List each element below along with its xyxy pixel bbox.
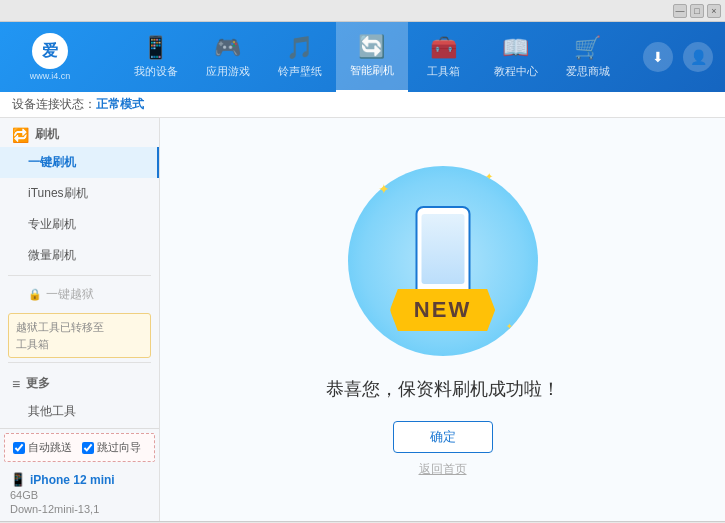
sparkle-3: ✦ bbox=[506, 322, 513, 331]
nav-label-device: 我的设备 bbox=[134, 64, 178, 79]
device-info: 📱 iPhone 12 mini 64GB Down-12mini-13,1 bbox=[0, 466, 159, 521]
logo-area: 爱 www.i4.cn bbox=[0, 33, 100, 81]
download-button[interactable]: ⬇ bbox=[643, 42, 673, 72]
nav-right: ⬇ 👤 bbox=[643, 42, 725, 72]
maximize-button[interactable]: □ bbox=[690, 4, 704, 18]
sidebar-label-one-click: 一键刷机 bbox=[28, 155, 76, 169]
sidebar-label-other: 其他工具 bbox=[28, 404, 76, 418]
sidebar-item-pro-flash[interactable]: 专业刷机 bbox=[0, 209, 159, 240]
logo-symbol: 爱 bbox=[42, 41, 58, 62]
new-ribbon: NEW bbox=[390, 289, 495, 331]
auto-jump-checkbox[interactable]: 自动跳送 bbox=[13, 440, 72, 455]
header: 爱 www.i4.cn 📱 我的设备 🎮 应用游戏 🎵 铃声壁纸 🔄 智能刷机 … bbox=[0, 22, 725, 92]
close-button[interactable]: × bbox=[707, 4, 721, 18]
nav-label-ringtone: 铃声壁纸 bbox=[278, 64, 322, 79]
auto-jump-input[interactable] bbox=[13, 442, 25, 454]
checkbox-row: 自动跳送 跳过向导 bbox=[4, 433, 155, 462]
sidebar-section-flash: 🔁 刷机 bbox=[0, 118, 159, 147]
skip-wizard-label: 跳过向导 bbox=[97, 440, 141, 455]
sidebar-label-pro: 专业刷机 bbox=[28, 217, 76, 231]
new-badge-text: NEW bbox=[414, 297, 471, 322]
success-message: 恭喜您，保资料刷机成功啦！ bbox=[326, 377, 560, 401]
skip-wizard-checkbox[interactable]: 跳过向导 bbox=[82, 440, 141, 455]
nav-label-store: 爱思商城 bbox=[566, 64, 610, 79]
phone-screen bbox=[421, 214, 464, 284]
device-name-text: iPhone 12 mini bbox=[30, 473, 115, 487]
main-panel: ✦ ✦ ✦ NEW 恭喜您，保资料刷机成功啦！ 确定 返回首页 bbox=[160, 118, 725, 521]
skip-wizard-input[interactable] bbox=[82, 442, 94, 454]
device-status-label: 设备连接状态： bbox=[12, 96, 96, 113]
nav-icon-app: 🎮 bbox=[214, 35, 241, 61]
device-name-row: 📱 iPhone 12 mini bbox=[10, 472, 149, 487]
confirm-button[interactable]: 确定 bbox=[393, 421, 493, 453]
nav-icon-toolbox: 🧰 bbox=[430, 35, 457, 61]
nav-label-tutorial: 教程中心 bbox=[494, 64, 538, 79]
sidebar-divider-1 bbox=[8, 275, 151, 276]
nav-label-flash: 智能刷机 bbox=[350, 63, 394, 78]
nav-item-app-games[interactable]: 🎮 应用游戏 bbox=[192, 22, 264, 92]
sidebar-divider-2 bbox=[8, 362, 151, 363]
phone-illustration: ✦ ✦ ✦ NEW bbox=[343, 161, 543, 361]
nav-item-tutorial[interactable]: 📖 教程中心 bbox=[480, 22, 552, 92]
nav-icon-ringtone: 🎵 bbox=[286, 35, 313, 61]
success-card: ✦ ✦ ✦ NEW 恭喜您，保资料刷机成功啦！ 确定 返回首页 bbox=[326, 161, 560, 478]
nav-item-toolbox[interactable]: 🧰 工具箱 bbox=[408, 22, 480, 92]
nav-icon-store: 🛒 bbox=[574, 35, 601, 61]
flash-section-icon: 🔁 bbox=[12, 127, 29, 143]
content-area: 🔁 刷机 一键刷机 iTunes刷机 专业刷机 微量刷机 🔒 一键越狱 越狱工具… bbox=[0, 118, 725, 521]
nav-icon-tutorial: 📖 bbox=[502, 35, 529, 61]
sidebar: 🔁 刷机 一键刷机 iTunes刷机 专业刷机 微量刷机 🔒 一键越狱 越狱工具… bbox=[0, 118, 160, 521]
device-storage: 64GB bbox=[10, 489, 149, 501]
device-model: Down-12mini-13,1 bbox=[10, 503, 149, 515]
nav-icon-device: 📱 bbox=[142, 35, 169, 61]
sidebar-item-micro-flash[interactable]: 微量刷机 bbox=[0, 240, 159, 271]
sidebar-warning-box: 越狱工具已转移至工具箱 bbox=[8, 313, 151, 358]
logo-text: www.i4.cn bbox=[30, 71, 71, 81]
minimize-button[interactable]: — bbox=[673, 4, 687, 18]
device-panel: 自动跳送 跳过向导 📱 iPhone 12 mini 64GB Down-12m… bbox=[0, 428, 159, 521]
sparkle-1: ✦ bbox=[378, 181, 390, 197]
back-link[interactable]: 返回首页 bbox=[419, 461, 467, 478]
nav-item-ringtone[interactable]: 🎵 铃声壁纸 bbox=[264, 22, 336, 92]
sidebar-item-itunes-flash[interactable]: iTunes刷机 bbox=[0, 178, 159, 209]
nav-label-toolbox: 工具箱 bbox=[427, 64, 460, 79]
sidebar-section-more: ≡ 更多 bbox=[0, 367, 159, 396]
nav-item-my-device[interactable]: 📱 我的设备 bbox=[120, 22, 192, 92]
warning-text: 越狱工具已转移至工具箱 bbox=[16, 321, 104, 350]
nav-label-app: 应用游戏 bbox=[206, 64, 250, 79]
sidebar-item-one-click-flash[interactable]: 一键刷机 bbox=[0, 147, 159, 178]
flash-section-label: 刷机 bbox=[35, 126, 59, 143]
more-section-label: 更多 bbox=[26, 375, 50, 392]
lock-icon: 🔒 bbox=[28, 288, 42, 301]
phone-small-icon: 📱 bbox=[10, 472, 26, 487]
device-status-value: 正常模式 bbox=[96, 96, 144, 113]
sidebar-label-micro: 微量刷机 bbox=[28, 248, 76, 262]
sidebar-locked-jailbreak: 🔒 一键越狱 bbox=[0, 280, 159, 309]
auto-jump-label: 自动跳送 bbox=[28, 440, 72, 455]
sparkle-2: ✦ bbox=[485, 171, 493, 182]
device-status-bar: 设备连接状态： 正常模式 bbox=[0, 92, 725, 118]
sidebar-item-other-tools[interactable]: 其他工具 bbox=[0, 396, 159, 427]
nav-items: 📱 我的设备 🎮 应用游戏 🎵 铃声壁纸 🔄 智能刷机 🧰 工具箱 📖 教程中心… bbox=[100, 22, 643, 92]
nav-item-smart-flash[interactable]: 🔄 智能刷机 bbox=[336, 22, 408, 92]
more-section-icon: ≡ bbox=[12, 376, 20, 392]
locked-label: 一键越狱 bbox=[46, 286, 94, 303]
title-bar: — □ × bbox=[0, 0, 725, 22]
logo-circle: 爱 bbox=[32, 33, 68, 69]
nav-icon-flash: 🔄 bbox=[358, 34, 385, 60]
sidebar-label-itunes: iTunes刷机 bbox=[28, 186, 88, 200]
nav-item-store[interactable]: 🛒 爱思商城 bbox=[552, 22, 624, 92]
account-button[interactable]: 👤 bbox=[683, 42, 713, 72]
